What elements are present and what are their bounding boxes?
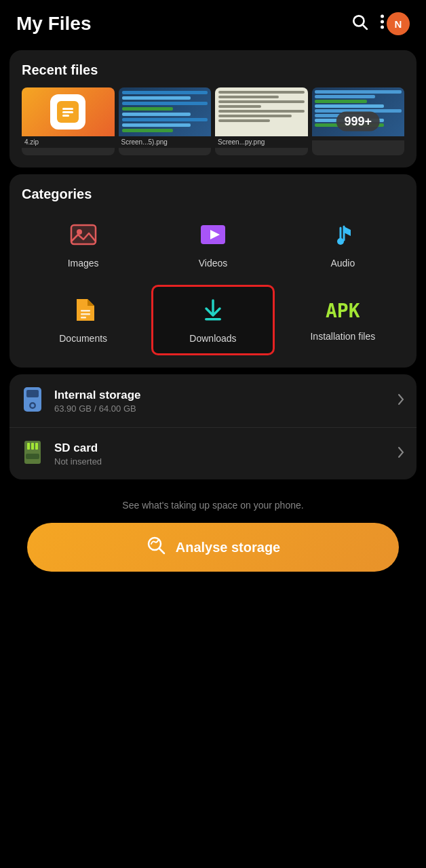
category-apk[interactable]: APK Installation files [282,285,404,355]
documents-icon [70,296,97,328]
page-title: My Files [16,13,91,35]
file-name: Screen...5).png [119,136,212,148]
videos-icon [199,221,227,252]
sdcard-detail: Not inserted [54,456,387,467]
categories-title: Categories [22,186,404,202]
svg-point-3 [381,20,384,24]
category-documents[interactable]: Documents [22,285,144,355]
images-icon [70,221,97,252]
svg-rect-26 [31,443,34,450]
internal-storage-detail: 63.90 GB / 64.00 GB [54,403,387,414]
file-thumbnail [22,87,115,136]
downloads-label: Downloads [189,333,236,344]
chevron-right-icon [398,393,404,408]
svg-rect-16 [81,313,90,315]
svg-point-11 [77,229,82,235]
svg-point-23 [31,404,35,408]
app-icon [50,94,85,130]
user-avatar[interactable]: N [387,12,410,35]
recent-files-section: Recent files 4.zip [9,50,417,167]
downloads-icon [199,296,227,328]
header-actions: N [351,12,410,35]
recent-files-title: Recent files [22,62,404,78]
category-downloads[interactable]: Downloads [151,285,274,355]
analyse-storage-label: Analyse storage [176,540,281,555]
audio-label: Audio [330,258,355,269]
svg-rect-25 [27,443,30,450]
svg-rect-28 [26,454,39,459]
analyse-storage-button[interactable]: Analyse storage [27,523,399,572]
recent-files-grid: 4.zip Screen...5).png [22,87,404,155]
categories-grid: Images Videos Audio [22,212,404,355]
documents-label: Documents [59,333,107,344]
svg-rect-8 [62,115,69,117]
overflow-badge: 999+ [336,112,380,132]
svg-line-1 [363,25,367,29]
recent-file-item[interactable]: Screen...5).png [119,87,212,155]
svg-rect-17 [81,317,86,319]
videos-label: Videos [199,258,228,269]
sdcard-item[interactable]: SD card Not inserted [9,427,417,479]
svg-text:APK: APK [326,300,360,321]
svg-rect-15 [81,310,90,312]
sdcard-info: SD card Not inserted [54,441,387,467]
svg-line-30 [159,549,164,554]
search-button[interactable] [351,13,368,35]
recent-file-item[interactable]: 999+ [312,87,405,155]
svg-point-4 [381,26,384,29]
category-videos[interactable]: Videos [151,212,274,278]
recent-file-item[interactable]: Screen...py.png [215,87,308,155]
svg-rect-27 [35,443,38,450]
file-name: Screen...py.png [215,136,308,148]
svg-rect-21 [26,390,39,397]
storage-section: Internal storage 63.90 GB / 64.00 GB SD … [9,374,417,479]
audio-icon [329,221,356,252]
internal-storage-item[interactable]: Internal storage 63.90 GB / 64.00 GB [9,374,417,427]
internal-storage-name: Internal storage [54,389,387,402]
app-header: My Files N [0,0,426,43]
internal-storage-info: Internal storage 63.90 GB / 64.00 GB [54,389,387,414]
bottom-section: See what's taking up space on your phone… [0,486,426,592]
apk-icon: APK [326,298,360,326]
svg-point-2 [381,15,384,18]
svg-rect-18 [205,318,221,321]
file-thumbnail [215,87,308,136]
sdcard-icon [22,440,43,467]
svg-rect-6 [62,108,73,110]
images-label: Images [68,258,99,269]
svg-rect-9 [71,225,96,244]
category-audio[interactable]: Audio [282,212,404,278]
apk-label: Installation files [310,331,375,342]
analyse-icon [146,535,166,559]
recent-file-item[interactable]: 4.zip [22,87,115,155]
categories-section: Categories Images Videos [9,174,417,368]
svg-rect-7 [62,111,73,113]
file-name: 4.zip [22,136,115,148]
chevron-right-icon [398,446,404,461]
storage-hint: See what's taking up space on your phone… [27,500,399,511]
sdcard-name: SD card [54,441,387,455]
file-name [312,136,405,140]
file-thumbnail [119,87,212,136]
internal-storage-icon [22,387,43,415]
more-options-button[interactable] [381,14,384,33]
category-images[interactable]: Images [22,212,144,278]
